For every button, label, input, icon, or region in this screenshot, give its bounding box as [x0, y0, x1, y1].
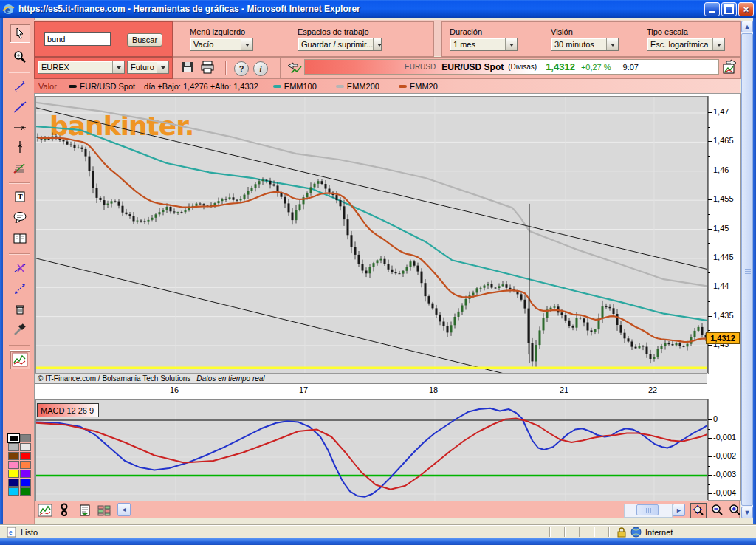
indicators-table-icon	[97, 504, 111, 517]
settings-tool[interactable]	[10, 321, 30, 340]
y-axis-label: 1,465	[713, 136, 734, 145]
chart-style-tool[interactable]	[10, 350, 30, 369]
chevron-down-icon[interactable]	[241, 38, 252, 50]
minimize-button[interactable]	[704, 2, 720, 16]
indicators-button[interactable]	[97, 503, 111, 517]
candle	[63, 140, 65, 142]
save-button[interactable]	[181, 61, 196, 75]
palette-color[interactable]	[20, 452, 31, 460]
chart-view-button[interactable]	[38, 503, 52, 517]
vertical-scroll-thumb[interactable]	[741, 33, 753, 506]
key-button[interactable]	[57, 503, 72, 517]
exchange-select[interactable]: EUREX	[38, 61, 125, 74]
trend-line-tool[interactable]	[10, 97, 30, 117]
scroll-right-button[interactable]: ►	[673, 504, 685, 516]
candle	[587, 323, 589, 331]
vertical-scrollbar[interactable]: ▲ ▼	[741, 21, 753, 518]
palette-color[interactable]	[8, 487, 19, 496]
title-bar[interactable]: e https://es5.it-finance.com - Herramien…	[0, 0, 756, 18]
zoom-out-button[interactable]	[709, 503, 724, 517]
macd-axis[interactable]: 0-0,001-0,002-0,003-0,004	[707, 399, 742, 500]
chart-forward-icon	[721, 58, 738, 75]
chevron-down-icon[interactable]	[373, 38, 382, 50]
move-line-tool[interactable]	[10, 279, 30, 298]
tools-icon	[13, 323, 27, 337]
text-tool[interactable]: T	[10, 188, 30, 207]
candle	[399, 273, 401, 274]
pointer-tool[interactable]	[10, 24, 30, 43]
export-note-icon	[78, 504, 92, 517]
candle	[181, 212, 183, 213]
export-button[interactable]	[78, 503, 92, 517]
taskbar-edge[interactable]	[0, 538, 756, 545]
candle	[491, 284, 493, 288]
chart-forward-button[interactable]	[721, 58, 738, 76]
palette-color[interactable]	[8, 443, 19, 451]
horizontal-scrollbar[interactable]	[624, 504, 673, 518]
search-button[interactable]: Buscar	[127, 33, 162, 47]
chevron-down-icon[interactable]	[157, 61, 168, 73]
vertical-line-icon	[13, 140, 27, 154]
zoom-in-button[interactable]	[727, 503, 742, 517]
scroll-up-button[interactable]: ▲	[741, 21, 753, 32]
info-button[interactable]: i	[253, 61, 268, 76]
palette-color[interactable]	[8, 452, 19, 460]
candle	[122, 206, 124, 213]
vertical-line-tool[interactable]	[10, 137, 30, 157]
chevron-down-icon[interactable]	[505, 38, 517, 50]
chevron-down-icon[interactable]	[606, 38, 618, 50]
palette-color[interactable]	[20, 434, 31, 442]
macd-label[interactable]: MACD 12 26 9	[37, 403, 99, 417]
palette-color[interactable]	[20, 487, 31, 496]
fibonacci-tool[interactable]	[10, 158, 30, 177]
palette-color[interactable]	[8, 470, 19, 478]
workspaces-select[interactable]: Guardar / suprimir...	[298, 38, 382, 51]
vision-select[interactable]: 30 minutos	[551, 38, 619, 51]
axis-minor-tick	[708, 156, 710, 157]
search-input[interactable]	[44, 32, 111, 46]
scale-label: Tipo escala	[647, 27, 688, 36]
close-button[interactable]: ×	[738, 2, 754, 16]
trend-segment-tool[interactable]	[10, 77, 30, 96]
collapse-left-button[interactable]: ◄	[117, 503, 131, 516]
chevron-down-icon[interactable]	[712, 38, 724, 50]
menu-left-select[interactable]: Vacío	[190, 38, 253, 51]
duration-select[interactable]: 1 mes	[450, 38, 518, 51]
trash-tool[interactable]	[10, 300, 30, 319]
candle	[336, 195, 338, 200]
main-chart-canvas[interactable]: bankinter.	[35, 96, 709, 374]
instrument-select[interactable]: Futuro	[127, 61, 169, 74]
scale-select[interactable]: Esc. logarítmica	[647, 38, 725, 51]
notebook-tool[interactable]	[10, 229, 30, 248]
macd-canvas[interactable]	[35, 399, 709, 501]
axis-minor-tick	[708, 214, 710, 215]
restore-button[interactable]	[721, 2, 737, 16]
zoom-tool[interactable]	[10, 47, 30, 66]
palette-color[interactable]	[20, 479, 31, 487]
palette-color[interactable]	[8, 434, 19, 442]
palette-color[interactable]	[20, 443, 31, 451]
palette-color[interactable]	[20, 470, 31, 478]
horizontal-line-tool[interactable]	[10, 118, 30, 137]
print-button[interactable]	[200, 61, 216, 75]
candle	[317, 181, 320, 184]
time-axis[interactable]: 1617182122	[35, 383, 707, 397]
candle	[436, 308, 438, 315]
chart-back-button[interactable]	[286, 60, 303, 76]
palette-color[interactable]	[20, 461, 31, 469]
delete-line-tool[interactable]	[10, 258, 30, 278]
comment-tool[interactable]	[10, 208, 30, 227]
candle	[103, 200, 106, 205]
pan-zoom-button[interactable]	[690, 503, 707, 518]
palette-color[interactable]	[8, 479, 19, 487]
candle	[310, 187, 312, 193]
scroll-down-button[interactable]: ▼	[741, 507, 753, 518]
floppy-icon	[181, 61, 194, 74]
candle	[284, 197, 286, 204]
palette-color[interactable]	[8, 461, 19, 469]
candle	[203, 204, 205, 205]
candle	[66, 142, 69, 145]
help-button[interactable]: ?	[234, 61, 249, 76]
chevron-down-icon[interactable]	[112, 61, 124, 73]
quote-bar[interactable]: EURUSD EUR/USD Spot (Divisas) 1,4312 +0,…	[304, 59, 719, 75]
